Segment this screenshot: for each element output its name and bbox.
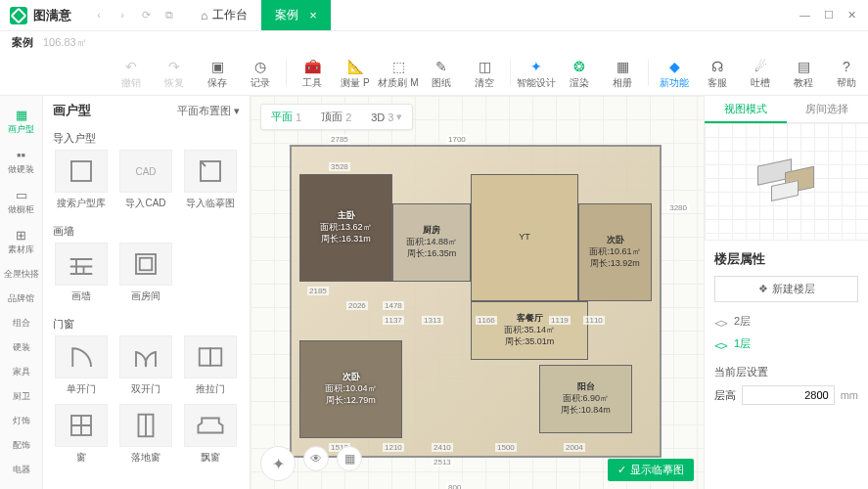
tile-search-library[interactable]: 搜索户型库 [53, 150, 110, 210]
tile-bay-window[interactable]: 飘窗 [182, 404, 239, 465]
room-balcony[interactable]: 阳台面积:6.90㎡周长:10.84m [539, 365, 632, 433]
view-tab-plan[interactable]: 平面1 [261, 105, 311, 129]
rail-floorplan[interactable]: ▦画户型 [0, 102, 42, 142]
room-secondary-bedroom-2[interactable]: 次卧面积:10.04㎡周长:12.79m [299, 340, 402, 438]
room-living[interactable]: 客餐厅面积:35.14㎡周长:35.01m [471, 301, 588, 360]
rail-appliance[interactable]: 电器 [0, 458, 42, 482]
drawing-button[interactable]: ✎图纸 [420, 59, 463, 90]
nav-link-icon[interactable]: ⧉ [161, 9, 177, 22]
rail-hard[interactable]: 硬装 [0, 335, 42, 360]
tile-sliding-door[interactable]: 推拉门 [182, 335, 239, 396]
section-import-title: 导入户型 [43, 125, 250, 150]
ai-design-button[interactable]: ✦智能设计 [515, 59, 558, 90]
tools-button[interactable]: 🧰工具 [291, 59, 334, 90]
tile-import-cad[interactable]: CAD导入CAD [117, 150, 174, 210]
drawing-icon: ✎ [435, 59, 447, 74]
rail-commercial[interactable]: 工装 [0, 482, 42, 489]
tile-draw-room[interactable]: 画房间 [117, 243, 174, 303]
panel-title: 画户型 [53, 102, 91, 119]
height-input[interactable] [742, 385, 835, 405]
close-window-icon[interactable]: ✕ [847, 9, 856, 22]
book-icon: ▤ [798, 59, 810, 74]
tile-single-door[interactable]: 单开门 [53, 335, 110, 396]
clear-button[interactable]: ◫清空 [463, 59, 506, 90]
help-button[interactable]: ?帮助 [825, 59, 868, 90]
render-button[interactable]: ❂渲染 [558, 59, 601, 90]
floor-1[interactable]: 1层 [714, 333, 858, 355]
rail-cabinet[interactable]: ▭做橱柜 [0, 182, 42, 222]
redo-icon: ↷ [168, 59, 180, 74]
rp-tab-room[interactable]: 房间选择 [787, 96, 869, 123]
undo-icon: ↶ [125, 59, 137, 74]
chevron-down-icon: ▾ [234, 105, 240, 117]
tab-workspace[interactable]: ⌂ 工作台 [187, 0, 261, 30]
minimize-icon[interactable]: — [799, 9, 810, 22]
rail-lighting[interactable]: 灯饰 [0, 409, 42, 433]
floorplan[interactable]: 主卧面积:13.62㎡周长:16.31m 厨房面积:14.88㎡周长:16.35… [290, 145, 662, 458]
show-draft-button[interactable]: ✓ 显示临摹图 [608, 459, 694, 481]
current-floor-settings-title: 当前层设置 [714, 365, 858, 379]
tab-case[interactable]: 案例 × [261, 0, 331, 30]
rail-combo[interactable]: 组合 [0, 311, 42, 335]
rail-hardfit[interactable]: ▪▪做硬装 [0, 142, 42, 182]
floor-props-title: 楼层属性 [714, 250, 858, 268]
eraser-icon: ◫ [479, 59, 491, 74]
redo-button[interactable]: ↷恢复 [153, 59, 196, 90]
tab-workspace-label: 工作台 [212, 7, 248, 23]
rail-material[interactable]: ⊞素材库 [0, 222, 42, 262]
nav-forward-icon[interactable]: › [114, 9, 130, 22]
window-controls: — ☐ ✕ [799, 9, 868, 22]
album-button[interactable]: ▦相册 [601, 59, 644, 90]
rail-quickbuild[interactable]: 全屋快搭 [0, 262, 42, 287]
grid-icon: ▪▪ [13, 148, 30, 161]
new-floor-button[interactable]: ❖新建楼层 [714, 276, 858, 302]
new-icon: ◆ [669, 59, 680, 74]
main-area: ▦画户型 ▪▪做硬装 ▭做橱柜 ⊞素材库 全屋快搭 品牌馆 组合 硬装 家具 厨… [0, 96, 868, 489]
feedback-button[interactable]: ☄吐槽 [739, 59, 782, 90]
rail-decor[interactable]: 配饰 [0, 433, 42, 458]
svg-rect-0 [71, 161, 91, 181]
layers-icon: ❖ [758, 283, 768, 295]
nav-back-icon[interactable]: ‹ [91, 9, 107, 22]
room-secondary-bedroom-1[interactable]: 次卧面积:10.61㎡周长:13.92m [578, 203, 652, 301]
dim-label: 1110 [583, 316, 605, 325]
floor-2[interactable]: 2层 [714, 310, 858, 333]
room-master-bedroom[interactable]: 主卧面积:13.62㎡周长:16.31m [299, 174, 392, 282]
nav-refresh-icon[interactable]: ⟳ [138, 9, 154, 22]
preview-3d[interactable] [705, 123, 868, 241]
new-feature-button[interactable]: ◆新功能 [653, 59, 696, 90]
compass-icon[interactable]: ✦ [260, 446, 296, 481]
record-button[interactable]: ◷记录 [239, 59, 282, 90]
render-icon: ❂ [573, 59, 585, 74]
tile-window[interactable]: 窗 [53, 404, 110, 465]
cabinet-icon: ▭ [13, 188, 30, 201]
tile-double-door[interactable]: 双开门 [117, 335, 174, 396]
document-bar: 案例 106.83㎡ [0, 31, 868, 53]
material-button[interactable]: ⬚材质刷 M [377, 59, 420, 90]
save-button[interactable]: ▣保存 [196, 59, 239, 90]
room-yt[interactable]: YT [471, 174, 578, 301]
tile-import-trace[interactable]: 导入临摹图 [182, 150, 239, 210]
room-kitchen[interactable]: 厨房面积:14.88㎡周长:16.35m [392, 203, 471, 282]
undo-button[interactable]: ↶撤销 [110, 59, 153, 90]
measure-button[interactable]: 📐测量 P [334, 59, 377, 90]
rp-tab-view[interactable]: 视图模式 [705, 96, 787, 123]
view-tab-ceiling[interactable]: 顶面2 [311, 105, 361, 129]
panel-mode-dropdown[interactable]: 平面布置图▾ [177, 104, 240, 118]
service-button[interactable]: ☊客服 [696, 59, 739, 90]
svg-rect-3 [140, 258, 153, 271]
layers-toggle[interactable]: ▦ [337, 446, 362, 471]
rail-kitchen[interactable]: 厨卫 [0, 384, 42, 409]
tutorial-button[interactable]: ▤教程 [782, 59, 825, 90]
floor-icon [714, 317, 728, 327]
view-tab-3d[interactable]: 3D3▾ [361, 105, 412, 129]
canvas[interactable]: 平面1 顶面2 3D3▾ 主卧面积:13.62㎡周长:16.31m 厨房面积:1… [251, 96, 704, 489]
eye-toggle[interactable]: 👁 [303, 446, 329, 471]
tile-floor-window[interactable]: 落地窗 [117, 404, 174, 465]
tile-draw-wall[interactable]: 画墙 [53, 243, 110, 303]
tab-case-label: 案例 [275, 7, 298, 23]
close-icon[interactable]: × [309, 8, 317, 22]
maximize-icon[interactable]: ☐ [824, 9, 834, 22]
rail-furniture[interactable]: 家具 [0, 360, 42, 384]
rail-brand[interactable]: 品牌馆 [0, 287, 42, 311]
